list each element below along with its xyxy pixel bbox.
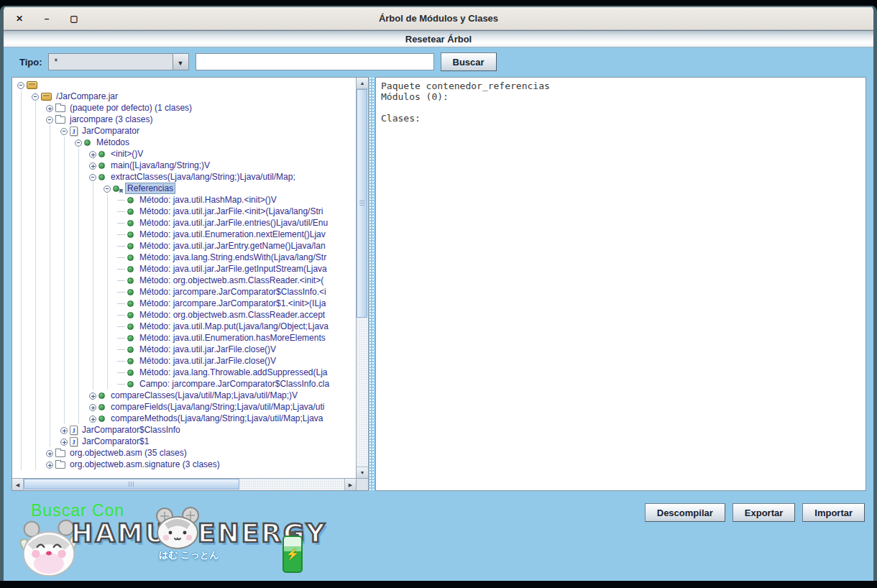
tree-leaf-connector xyxy=(116,217,127,229)
tree-row[interactable]: JJarComparator xyxy=(12,125,356,137)
tree-row[interactable]: Método: org.objectweb.asm.ClassReader.<i… xyxy=(12,275,356,286)
tree-toggle-plus-icon[interactable] xyxy=(44,102,55,114)
tree-node-label: Método: java.util.jar.JarFile.close()V xyxy=(137,344,278,354)
tree-row[interactable]: Método: java.lang.Throwable.addSuppresse… xyxy=(12,367,356,378)
search-input[interactable] xyxy=(196,53,434,70)
tree-toggle-minus-icon[interactable] xyxy=(101,183,113,194)
tree-row[interactable]: <init>()V xyxy=(12,148,356,160)
tree-row[interactable]: JJarComparator$1 xyxy=(12,436,356,447)
tree-toggle-plus-icon[interactable] xyxy=(87,390,98,401)
split-divider[interactable] xyxy=(369,77,375,491)
method-icon xyxy=(84,139,91,146)
search-toolbar: Tipo: * ▼ Buscar xyxy=(4,47,873,76)
brand-energy-text: ENERGY xyxy=(198,518,327,548)
window-title: Árbol de Módulos y Clases xyxy=(379,13,498,24)
reset-tree-button[interactable]: Resetear Árbol xyxy=(4,30,873,47)
tree-indent xyxy=(15,436,58,447)
tree-toggle-minus-icon[interactable] xyxy=(73,137,84,148)
tree-node-label: Método: org.objectweb.asm.ClassReader.ac… xyxy=(137,310,327,320)
tree-row[interactable]: Método: java.util.jar.JarFile.getInputSt… xyxy=(12,263,356,275)
tree-leaf-connector xyxy=(116,206,127,217)
tree-row[interactable]: compareFields(Ljava/lang/String;Ljava/ut… xyxy=(12,401,356,413)
tree-toggle-minus-icon[interactable] xyxy=(87,171,98,183)
tree-row[interactable]: org.objectweb.asm (35 clases) xyxy=(12,447,356,459)
scroll-right-button[interactable]: ▶ xyxy=(344,479,356,490)
tree-row[interactable]: Método: java.util.Enumeration.nextElemen… xyxy=(12,229,356,240)
method-icon xyxy=(127,312,134,318)
tree-node-label: JarComparator xyxy=(80,126,142,136)
tree-row[interactable]: RReferencias xyxy=(12,183,356,194)
tree-node-label: Método: jarcompare.JarComparator$ClassIn… xyxy=(137,287,329,297)
tree-row[interactable]: main([Ljava/lang/String;)V xyxy=(12,160,356,171)
horizontal-scrollbar[interactable]: ◀ ▶ xyxy=(12,479,356,490)
tree-indent xyxy=(15,447,44,459)
type-combobox[interactable]: * ▼ xyxy=(48,53,189,70)
detail-text: Paquete contenedor_referencias Módulos (… xyxy=(376,78,865,124)
tree-row[interactable]: (paquete por defecto) (1 clases) xyxy=(12,102,356,114)
importar-button[interactable]: Importar xyxy=(802,503,865,522)
tree-row[interactable]: Método: java.util.HashMap.<init>()V xyxy=(12,194,356,206)
minimize-button[interactable]: – xyxy=(41,13,52,24)
horizontal-scroll-track[interactable] xyxy=(24,479,344,490)
horizontal-scroll-thumb[interactable] xyxy=(24,479,239,490)
tree-toggle-plus-icon[interactable] xyxy=(44,459,55,470)
tree-toggle-plus-icon[interactable] xyxy=(58,436,70,447)
tree-row[interactable]: Método: java.util.jar.JarFile.<init>(Lja… xyxy=(12,206,356,217)
tree-row[interactable]: Método: java.lang.String.endsWith(Ljava/… xyxy=(12,252,356,263)
tree-leaf-connector xyxy=(116,309,127,321)
tree-row[interactable]: Método: java.util.jar.JarFile.close()V xyxy=(12,344,356,355)
tree-row[interactable]: Método: org.objectweb.asm.ClassReader.ac… xyxy=(12,309,356,321)
tree-row[interactable]: jarcompare (3 clases) xyxy=(12,114,356,125)
tree-row[interactable] xyxy=(12,79,356,91)
tree-toggle-plus-icon[interactable] xyxy=(87,401,98,413)
tree-toggle-plus-icon[interactable] xyxy=(87,160,98,171)
tree-row[interactable]: Método: java.util.Map.put(Ljava/lang/Obj… xyxy=(12,321,356,332)
tree-indent xyxy=(15,355,116,367)
tree-row[interactable]: Método: jarcompare.JarComparator$ClassIn… xyxy=(12,286,356,298)
tree-row[interactable]: Campo: jarcompare.JarComparator$ClassInf… xyxy=(12,378,356,390)
tree-indent xyxy=(15,252,116,263)
tree-row[interactable]: Método: jarcompare.JarComparator$1.<init… xyxy=(12,298,356,309)
tree-toggle-plus-icon[interactable] xyxy=(44,447,55,459)
descompilar-button[interactable]: Descompilar xyxy=(645,503,725,522)
scroll-down-button[interactable]: ▼ xyxy=(357,467,368,478)
folder-icon xyxy=(55,450,65,457)
detail-panel: Paquete contenedor_referencias Módulos (… xyxy=(375,77,866,491)
tree-row[interactable]: Método: java.util.jar.JarEntry.getName()… xyxy=(12,240,356,252)
tree-row[interactable]: Método: java.util.jar.JarFile.close()V xyxy=(12,355,356,367)
tree-toggle-minus-icon[interactable] xyxy=(15,79,27,91)
tree-row[interactable]: Métodos xyxy=(12,137,356,148)
tree-row[interactable]: compareMethods(Ljava/lang/String;Ljava/u… xyxy=(12,413,356,424)
tree-toggle-plus-icon[interactable] xyxy=(87,148,98,160)
tree-leaf-connector xyxy=(116,286,127,298)
tree-indent xyxy=(15,459,44,470)
tree-node-label: Métodos xyxy=(94,137,132,147)
footer: Buscar Con HAMU xyxy=(4,494,873,581)
tree-toggle-minus-icon[interactable] xyxy=(58,125,70,137)
tree-row[interactable]: extractClasses(Ljava/lang/String;)Ljava/… xyxy=(12,171,356,183)
vertical-scroll-track[interactable] xyxy=(357,89,368,467)
method-icon xyxy=(127,231,134,238)
scroll-left-button[interactable]: ◀ xyxy=(12,479,24,490)
tree-row[interactable]: JJarComparator$ClassInfo xyxy=(12,424,356,436)
tree-node-label: compareFields(Ljava/lang/String;Ljava/ut… xyxy=(109,402,327,412)
maximize-button[interactable]: ▢ xyxy=(68,13,80,24)
tree-row[interactable]: /JarCompare.jar xyxy=(12,91,356,102)
tree-row[interactable]: org.objectweb.asm.signature (3 clases) xyxy=(12,459,356,470)
tree-row[interactable]: Método: java.util.Enumeration.hasMoreEle… xyxy=(12,332,356,344)
tree-toggle-plus-icon[interactable] xyxy=(58,424,70,436)
vertical-scrollbar[interactable]: ▲ ▼ xyxy=(356,78,368,478)
vertical-scroll-thumb[interactable] xyxy=(357,89,367,318)
close-button[interactable]: ✕ xyxy=(14,13,25,24)
tree-row[interactable]: compareClasses(Ljava/util/Map;Ljava/util… xyxy=(12,390,356,401)
combo-dropdown-button[interactable]: ▼ xyxy=(173,54,188,70)
tree-toggle-minus-icon[interactable] xyxy=(44,114,55,125)
tree-node-label: extractClasses(Ljava/lang/String;)Ljava/… xyxy=(109,172,298,182)
tree-toggle-plus-icon[interactable] xyxy=(87,413,98,424)
tree-row[interactable]: Método: java.util.jar.JarFile.entries()L… xyxy=(12,217,356,229)
scroll-up-button[interactable]: ▲ xyxy=(357,78,368,89)
exportar-button[interactable]: Exportar xyxy=(733,503,795,522)
buscar-button[interactable]: Buscar xyxy=(441,52,497,71)
tree-node-label: (paquete por defecto) (1 clases) xyxy=(68,103,194,113)
tree-toggle-minus-icon[interactable] xyxy=(29,91,41,102)
